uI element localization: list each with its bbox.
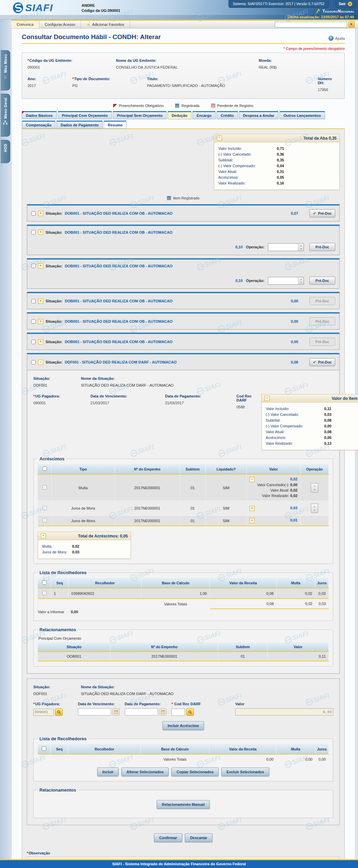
menu-item-comunica[interactable]: Comunica [11,21,39,28]
menu-search-input[interactable] [275,22,347,28]
sidebar-tab-hod[interactable]: HOD [1,140,10,163]
predoc-button[interactable]: Pré-Doc [309,243,335,251]
situacao-checkbox[interactable] [31,299,36,303]
sair-button[interactable]: Sair x [336,0,355,8]
situacao-checkbox[interactable] [31,319,36,324]
collapse-icon[interactable]: − [217,136,222,141]
tab-principal-sem-orcamento[interactable]: Principal Sem Orçamento [113,111,167,119]
situacao-checkbox[interactable] [31,211,36,216]
sidebar-tab-meu-menu[interactable]: Meu Menu ☆ [1,50,10,90]
recolhedores-edit-fieldset: Lista de Recolhedores Seq Recolhedor Bas… [33,736,333,781]
totals-label: Valores Totais [141,754,209,764]
tab-despesa-a-anular[interactable]: Despesa a Anular [239,111,278,119]
ajuda-link[interactable]: ? Ajuda [328,36,345,41]
collapse-icon[interactable]: − [250,477,255,482]
situacao-checkbox[interactable] [31,230,36,234]
row-spinner[interactable]: ▲▼ [311,483,318,493]
predoc-label: Pré-Doc [318,211,331,215]
data-pagamento-input[interactable] [125,708,158,715]
table-row: Juros de Mora 2017NE000001 01 SIM +0,03 … [38,501,329,516]
tab-resumo[interactable]: Resumo [104,121,126,129]
search-go-icon[interactable]: ▶ [348,21,355,28]
expand-icon[interactable]: + [38,299,43,304]
situacao-checkbox[interactable] [31,264,36,268]
excluir-selecionados-button[interactable]: Excluir Selecionados [221,767,269,776]
field-label: Situação: [33,684,81,690]
tab-compensacao[interactable]: Compensação [22,121,55,129]
expand-icon[interactable]: + [38,339,43,344]
summary-label: Valor Incluído: [266,406,324,412]
column-header: Tipo [52,464,115,474]
left-sidebar: Meu Menu ☆ Menu Geral HOD [1,50,10,163]
row-checkbox[interactable] [42,591,47,595]
expand-icon[interactable]: + [38,211,43,216]
cell-liquidado: SIM [206,501,247,516]
summary-label: Valor Incluído: [218,146,277,152]
spinner-icon[interactable]: ▲▼ [298,277,304,284]
cod-rec-darf-input[interactable] [171,709,185,716]
tab-encargo[interactable]: Encargo [192,111,216,119]
tab-dados-basicos[interactable]: Dados Básicos [22,111,57,119]
predoc-button[interactable]: ✔Pré-Doc [309,358,335,366]
field-value: 090001 [33,401,90,405]
search-icon[interactable] [55,708,63,716]
expand-icon[interactable]: + [250,518,255,523]
valor-input[interactable] [235,708,333,715]
collapse-icon[interactable]: − [38,360,43,365]
spinner-icon[interactable]: ▲▼ [298,244,304,251]
field-value: 21/03/2017 [90,401,165,405]
predoc-button[interactable]: ✔Pré-Doc [309,209,335,217]
close-icon[interactable]: x [348,2,352,6]
calendar-icon[interactable] [159,708,167,715]
confirmar-button[interactable]: Confirmar [154,833,182,842]
incluir-acrescimo-button[interactable]: Incluir Acréscimo [163,721,204,730]
expand-icon[interactable]: + [38,319,43,324]
data-vencimento-input[interactable] [78,708,111,715]
row-checkbox[interactable] [42,518,47,522]
menu-item-configurar-acesso[interactable]: Configurar Acesso [39,21,81,28]
calendar-icon[interactable] [113,708,120,715]
situacao-checkbox[interactable] [31,360,36,365]
row-checkbox[interactable] [42,485,47,490]
situacao-label: Situação: [46,211,63,215]
expand-icon[interactable]: + [38,263,43,268]
tab-dados-de-pagamento[interactable]: Dados de Pagamento [56,121,103,129]
situacao-checkbox[interactable] [31,340,36,344]
ajuda-label: Ajuda [335,36,345,40]
tab-outros-lancamentos[interactable]: Outros Lançamentos [279,111,325,119]
alterar-selecionados-button[interactable]: Alterar Selecionados [121,767,169,776]
expand-icon[interactable]: + [38,230,43,235]
row-checkbox[interactable] [42,506,47,510]
collapse-icon[interactable]: − [41,533,46,538]
relacionamento-manual-button[interactable]: Relacionamento Manual [157,800,210,809]
operacao-select[interactable]: ▲▼ [268,243,304,251]
recolhedores-table: Seq Recolhedor Base de Cálculo Valor da … [38,578,329,609]
row-spinner[interactable]: ▲▼ [311,503,318,513]
search-icon[interactable] [186,708,194,716]
tab-label: Despesa a Anular [243,113,274,118]
collapse-icon[interactable]: − [265,396,270,401]
field-value: 2017 [28,84,72,88]
registered-square-icon [167,196,171,200]
total-acrescimos-box: − Total de Acréscimos: 0,05 Multa:0,02 J… [38,532,131,559]
sidebar-tab-menu-geral[interactable]: Menu Geral [1,94,10,137]
select-all-checkbox[interactable] [42,466,47,471]
operacao-select[interactable]: ▲▼ [268,277,304,285]
tab-principal-com-orcamento[interactable]: Principal Com Orçamento [58,111,112,119]
predoc-button[interactable]: Pré-Doc [309,277,335,285]
tab-credito[interactable]: Crédito [217,111,238,119]
situacao-label: Situação: [46,264,63,268]
ug-pagadora-input[interactable] [33,709,54,716]
menu-item-adicionar-favoritos[interactable]: ★ Adicionar Favoritos [81,21,130,28]
select-all-checkbox[interactable] [42,746,46,751]
incluir-button[interactable]: Incluir [97,767,119,776]
descartar-button[interactable]: Descartar [185,833,212,842]
expand-icon[interactable]: + [250,506,255,511]
legend-label: Pendente de Registro [217,104,253,108]
select-all-checkbox[interactable] [42,580,47,585]
column-header: Valor [268,642,329,652]
ug-label: Código da UG: [82,8,108,13]
check-icon: ✔ [313,211,316,216]
copiar-selecionados-button[interactable]: Copiar Selecionados [171,767,219,776]
tab-deducao[interactable]: Dedução [168,111,191,119]
